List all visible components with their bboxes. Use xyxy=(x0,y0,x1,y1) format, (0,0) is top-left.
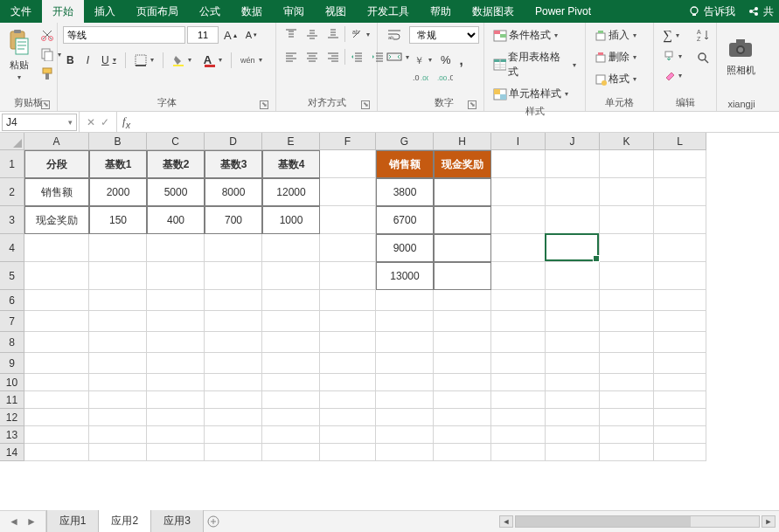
decrease-indent-button[interactable] xyxy=(347,49,366,65)
row-header-3[interactable]: 3 xyxy=(0,206,24,234)
wrap-text-button[interactable]: ab xyxy=(383,26,406,44)
row-header-12[interactable]: 12 xyxy=(0,409,24,426)
col-header-C[interactable]: C xyxy=(147,133,205,150)
number-launcher[interactable]: ⬊ xyxy=(468,100,476,109)
cells-area[interactable]: 分段基数1基数2基数3基数4销售额20005000800012000现金奖励15… xyxy=(24,150,779,510)
cell[interactable] xyxy=(147,353,205,374)
paste-button[interactable]: 粘贴 ▾ xyxy=(5,26,33,84)
cell[interactable] xyxy=(491,426,546,444)
data-cell[interactable]: 销售额 xyxy=(376,150,434,178)
scroll-right-button[interactable]: ► xyxy=(762,515,776,528)
tab-formulas[interactable]: 公式 xyxy=(189,0,231,23)
format-cells-button[interactable]: 格式 xyxy=(591,70,640,88)
cell[interactable] xyxy=(320,178,376,206)
cell[interactable] xyxy=(147,426,205,444)
cell[interactable] xyxy=(320,262,376,290)
cell[interactable] xyxy=(89,391,147,409)
tab-powerpivot[interactable]: Power Pivot xyxy=(525,0,602,23)
cell[interactable] xyxy=(205,426,262,444)
cell[interactable] xyxy=(205,311,262,332)
percent-button[interactable]: % xyxy=(437,52,455,68)
cell[interactable] xyxy=(205,444,262,461)
align-left-button[interactable] xyxy=(282,49,301,65)
col-header-J[interactable]: J xyxy=(546,133,600,150)
horizontal-scrollbar[interactable]: ◄ ► xyxy=(496,511,779,532)
cell[interactable] xyxy=(262,234,320,262)
cell[interactable] xyxy=(320,150,376,178)
cell[interactable] xyxy=(600,150,654,178)
data-cell[interactable]: 8000 xyxy=(205,178,262,206)
increase-decimal-button[interactable]: .0.00 xyxy=(409,71,432,85)
cell[interactable] xyxy=(24,311,89,332)
fill-button[interactable] xyxy=(659,48,685,64)
sheet-tab-应用3[interactable]: 应用3 xyxy=(150,510,204,532)
data-cell[interactable]: 13000 xyxy=(376,262,434,290)
cell[interactable] xyxy=(262,290,320,311)
cell[interactable] xyxy=(546,374,600,391)
data-cell[interactable]: 1000 xyxy=(262,206,320,234)
cell[interactable] xyxy=(320,426,376,444)
cell[interactable] xyxy=(147,311,205,332)
cell[interactable] xyxy=(491,374,546,391)
cell[interactable] xyxy=(205,332,262,353)
italic-button[interactable]: I xyxy=(83,52,93,68)
clear-button[interactable] xyxy=(659,67,685,83)
cell[interactable] xyxy=(147,391,205,409)
font-launcher[interactable]: ⬊ xyxy=(260,100,268,109)
cell[interactable] xyxy=(24,409,89,426)
cell[interactable] xyxy=(600,178,654,206)
cell[interactable] xyxy=(205,374,262,391)
cell[interactable] xyxy=(376,311,434,332)
cell[interactable] xyxy=(24,332,89,353)
tab-review[interactable]: 审阅 xyxy=(273,0,315,23)
cell[interactable] xyxy=(434,311,491,332)
data-cell[interactable]: 5000 xyxy=(147,178,205,206)
cell[interactable] xyxy=(262,374,320,391)
data-cell[interactable]: 3800 xyxy=(376,178,434,206)
enter-formula-button[interactable]: ✓ xyxy=(101,116,109,128)
cell[interactable] xyxy=(434,409,491,426)
row-header-5[interactable]: 5 xyxy=(0,262,24,290)
cell[interactable] xyxy=(654,178,706,206)
data-cell[interactable]: 销售额 xyxy=(24,178,89,206)
cell[interactable] xyxy=(205,290,262,311)
cell[interactable] xyxy=(491,150,546,178)
scroll-track[interactable] xyxy=(515,515,760,528)
clipboard-launcher[interactable]: ⬊ xyxy=(41,100,50,109)
row-header-11[interactable]: 11 xyxy=(0,391,24,409)
row-header-13[interactable]: 13 xyxy=(0,426,24,444)
cell[interactable] xyxy=(320,311,376,332)
cell[interactable] xyxy=(24,234,89,262)
sheet-nav-prev[interactable]: ◄ xyxy=(9,515,19,528)
tell-me[interactable]: 告诉我 xyxy=(681,0,742,23)
col-header-K[interactable]: K xyxy=(600,133,654,150)
cell[interactable] xyxy=(320,332,376,353)
cell[interactable] xyxy=(546,409,600,426)
tab-help[interactable]: 帮助 xyxy=(420,0,462,23)
col-header-I[interactable]: I xyxy=(491,133,546,150)
data-cell[interactable]: 700 xyxy=(205,206,262,234)
accounting-format-button[interactable]: ￥ xyxy=(409,52,435,68)
row-header-14[interactable]: 14 xyxy=(0,444,24,461)
cell[interactable] xyxy=(434,374,491,391)
sheet-nav-next[interactable]: ► xyxy=(26,515,37,528)
cell[interactable] xyxy=(546,262,600,290)
align-center-button[interactable] xyxy=(303,49,322,65)
cell[interactable] xyxy=(491,391,546,409)
cell[interactable] xyxy=(434,332,491,353)
cell[interactable] xyxy=(491,262,546,290)
tab-home[interactable]: 开始 xyxy=(42,0,84,23)
tab-data[interactable]: 数据 xyxy=(231,0,273,23)
cell[interactable] xyxy=(205,409,262,426)
cell[interactable] xyxy=(654,311,706,332)
cell[interactable] xyxy=(600,262,654,290)
cell[interactable] xyxy=(262,332,320,353)
cell[interactable] xyxy=(546,178,600,206)
cell[interactable] xyxy=(89,234,147,262)
data-cell[interactable] xyxy=(434,262,491,290)
number-format-combo[interactable]: 常规 xyxy=(409,26,479,44)
cell[interactable] xyxy=(89,426,147,444)
cell[interactable] xyxy=(434,353,491,374)
cell[interactable] xyxy=(147,290,205,311)
cell[interactable] xyxy=(654,444,706,461)
